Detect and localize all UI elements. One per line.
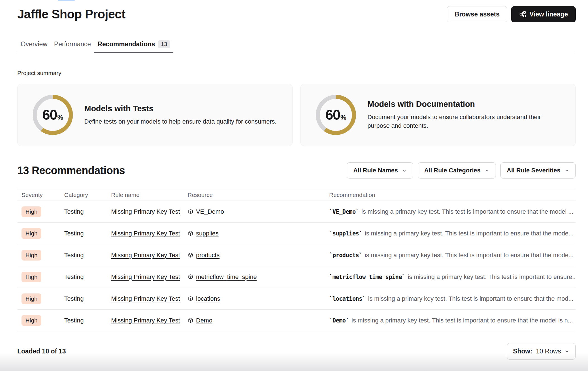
tab-performance-label: Performance (54, 40, 91, 48)
rule-names-filter-label: All Rule Names (353, 167, 398, 174)
severity-badge: High (21, 315, 41, 326)
severity-badge: High (21, 250, 41, 261)
page-header: Jaffle Shop Project Browse assets View (17, 0, 576, 22)
table-footer: Loaded 10 of 13 Show: 10 Rows (17, 343, 576, 360)
resource-link[interactable]: Demo (196, 317, 212, 324)
models-with-tests-card: 60 % Models with Tests Define tests on y… (17, 84, 293, 146)
filter-bar: All Rule Names All Rule Categories All R… (347, 162, 576, 179)
recommendation-text: is missing a primary key test. This test… (365, 252, 573, 259)
tab-recommendations[interactable]: Recommendations 13 (94, 37, 173, 53)
rule-severities-filter-dropdown[interactable]: All Rule Severities (500, 162, 576, 179)
documentation-percent-suffix: % (340, 114, 346, 121)
model-cube-icon (188, 296, 193, 302)
project-page: Jaffle Shop Project Browse assets View (0, 0, 588, 371)
chevron-down-icon (402, 168, 407, 173)
model-cube-icon (188, 209, 193, 215)
recommendations-count-badge: 13 (158, 40, 170, 48)
table-row: High Testing Missing Primary Key Test me… (17, 266, 576, 288)
severity-badge: High (21, 206, 41, 217)
recommendation-cell: `Demo`is missing a primary key test. Thi… (329, 317, 576, 324)
recommendations-header: 13 Recommendations All Rule Names All Ru… (17, 162, 576, 179)
model-cube-icon (188, 252, 193, 258)
model-cube-icon (188, 317, 193, 323)
table-row: High Testing Missing Primary Key Test De… (17, 310, 576, 331)
rule-severities-filter-label: All Rule Severities (507, 167, 560, 174)
tab-overview[interactable]: Overview (17, 37, 51, 53)
rule-name-link[interactable]: Missing Primary Key Test (111, 317, 180, 324)
recommendation-text: is missing a primary key test. This test… (362, 208, 573, 215)
show-value: 10 Rows (536, 348, 561, 355)
rule-name-link[interactable]: Missing Primary Key Test (111, 230, 180, 237)
rule-name-link[interactable]: Missing Primary Key Test (111, 273, 180, 280)
recommendation-text: is missing a primary key test. This test… (408, 273, 576, 280)
tests-card-title: Models with Tests (84, 104, 276, 113)
top-edge-fragment (58, 0, 75, 1)
recommendation-cell: `metricflow_time_spine`is missing a prim… (329, 273, 576, 281)
category-cell: Testing (64, 252, 111, 259)
resource-link[interactable]: VE_Demo (196, 208, 224, 215)
recommendation-cell: `VE_Demo`is missing a primary key test. … (329, 208, 576, 215)
show-label: Show: (513, 348, 532, 355)
rule-name-link[interactable]: Missing Primary Key Test (111, 208, 180, 215)
chevron-down-icon (565, 168, 569, 173)
recommendation-code: `VE_Demo` (329, 208, 359, 215)
resource-link[interactable]: locations (196, 295, 220, 302)
column-header-rule-name: Rule name (111, 192, 188, 198)
tab-performance[interactable]: Performance (51, 37, 94, 53)
table-header: Severity Category Rule name Resource Rec… (17, 189, 576, 201)
recommendation-cell: `products`is missing a primary key test.… (329, 252, 576, 259)
recommendation-cell: `supplies`is missing a primary key test.… (329, 230, 576, 237)
chevron-down-icon (565, 349, 569, 354)
column-header-recommendation: Recommendation (329, 192, 576, 198)
recommendation-code: `Demo` (329, 317, 349, 324)
chevron-down-icon (485, 168, 489, 173)
view-lineage-label: View lineage (529, 11, 568, 18)
tab-bar: Overview Performance Recommendations 13 (17, 37, 576, 53)
view-lineage-button[interactable]: View lineage (511, 6, 576, 22)
category-cell: Testing (64, 208, 111, 215)
category-cell: Testing (64, 295, 111, 302)
column-header-category: Category (64, 192, 111, 198)
recommendation-cell: `locations`is missing a primary key test… (329, 295, 576, 302)
lineage-icon (519, 11, 526, 18)
model-cube-icon (188, 230, 193, 236)
rule-categories-filter-dropdown[interactable]: All Rule Categories (418, 162, 496, 179)
tests-card-description: Define tests on your models to help ensu… (84, 117, 276, 126)
column-header-resource: Resource (188, 192, 329, 198)
severity-badge: High (21, 293, 41, 304)
documentation-card-title: Models with Documentation (367, 100, 564, 109)
recommendation-text: is missing a primary key test. This test… (365, 230, 573, 237)
tab-overview-label: Overview (21, 40, 47, 48)
summary-cards: 60 % Models with Tests Define tests on y… (17, 84, 576, 146)
category-cell: Testing (64, 273, 111, 281)
browse-assets-button[interactable]: Browse assets (447, 6, 507, 22)
severity-badge: High (21, 228, 41, 239)
recommendations-heading: 13 Recommendations (17, 165, 125, 177)
rule-name-link[interactable]: Missing Primary Key Test (111, 252, 180, 259)
resource-link[interactable]: metricflow_time_spine (196, 273, 257, 281)
tests-percent-value: 60 (42, 107, 57, 123)
recommendation-code: `locations` (329, 295, 365, 302)
table-row: High Testing Missing Primary Key Test VE… (17, 201, 576, 223)
table-row: High Testing Missing Primary Key Test su… (17, 223, 576, 244)
project-summary-label: Project summary (17, 70, 576, 76)
table-row: High Testing Missing Primary Key Test pr… (17, 244, 576, 266)
model-cube-icon (188, 274, 193, 280)
header-actions: Browse assets View lineage (447, 6, 576, 22)
resource-link[interactable]: supplies (196, 230, 219, 237)
rule-categories-filter-label: All Rule Categories (424, 167, 481, 174)
tab-recommendations-label: Recommendations (98, 40, 155, 48)
recommendation-text: is missing a primary key test. This test… (368, 295, 573, 302)
resource-link[interactable]: products (196, 252, 219, 259)
rule-names-filter-dropdown[interactable]: All Rule Names (347, 162, 413, 179)
rule-name-link[interactable]: Missing Primary Key Test (111, 295, 180, 302)
documentation-percent-value: 60 (326, 107, 340, 123)
recommendations-table: Severity Category Rule name Resource Rec… (17, 189, 576, 331)
recommendation-code: `supplies` (329, 230, 362, 237)
recommendation-text: is missing a primary key test. This test… (352, 317, 573, 324)
recommendation-code: `metricflow_time_spine` (329, 274, 405, 280)
column-header-severity: Severity (17, 192, 64, 198)
rows-per-page-dropdown[interactable]: Show: 10 Rows (507, 343, 576, 360)
category-cell: Testing (64, 230, 111, 237)
models-with-documentation-card: 60 % Models with Documentation Document … (300, 84, 576, 146)
